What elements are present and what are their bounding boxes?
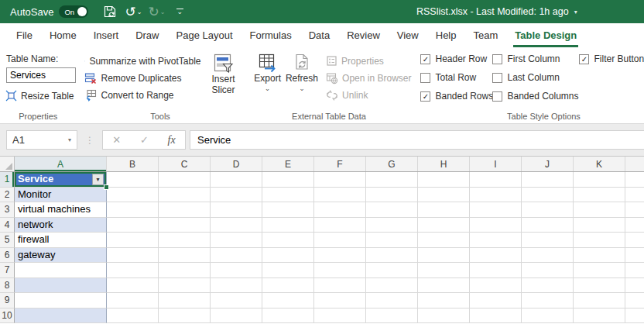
cell-b3[interactable]	[107, 202, 159, 218]
cell-c3[interactable]	[159, 202, 211, 218]
autosave-toggle[interactable]: On	[59, 5, 88, 18]
checkbox-box-icon[interactable]: ✓	[579, 54, 589, 64]
cell-i7[interactable]	[470, 263, 522, 278]
cell-partial[interactable]	[625, 278, 644, 294]
cell-d5[interactable]	[211, 233, 262, 248]
table-name-input[interactable]	[6, 67, 76, 83]
tab-data[interactable]: Data	[300, 23, 338, 47]
cell-partial[interactable]	[625, 308, 644, 324]
cell-j7[interactable]	[522, 263, 574, 278]
select-all-button[interactable]	[0, 157, 15, 171]
cell-j9[interactable]	[522, 293, 574, 308]
cell-i4[interactable]	[470, 218, 522, 233]
cell-h6[interactable]	[418, 248, 470, 264]
cell-c5[interactable]	[159, 233, 211, 248]
cell-d6[interactable]	[211, 248, 262, 264]
tab-review[interactable]: Review	[338, 23, 389, 47]
cell-b4[interactable]	[107, 218, 159, 233]
cell-g1[interactable]	[366, 172, 418, 188]
row-header-3[interactable]: 3	[0, 202, 15, 218]
cell-c4[interactable]	[159, 218, 211, 233]
row-header-7[interactable]: 7	[0, 263, 15, 278]
tab-draw[interactable]: Draw	[127, 23, 167, 47]
name-box-dropdown-icon[interactable]: ▾	[68, 136, 71, 143]
summarize-pivottable-button[interactable]: Summarize with PivotTable	[82, 53, 203, 69]
cell-h2[interactable]	[418, 188, 470, 203]
undo-button[interactable]: ↺ ⌄	[124, 2, 142, 21]
cell-g10[interactable]	[366, 308, 418, 324]
name-box[interactable]: A1 ▾	[6, 130, 77, 150]
row-header-5[interactable]: 5	[0, 233, 15, 248]
cell-c9[interactable]	[159, 293, 211, 308]
cell-e4[interactable]	[262, 218, 314, 233]
cell-d9[interactable]	[211, 293, 262, 308]
remove-duplicates-button[interactable]: Remove Duplicates	[82, 70, 203, 86]
checkbox-box-icon[interactable]	[492, 73, 502, 83]
cell-e9[interactable]	[262, 293, 314, 308]
cell-b8[interactable]	[107, 278, 159, 294]
checkbox-banded-rows[interactable]: ✓Banded Rows	[420, 87, 492, 105]
cell-k4[interactable]	[574, 218, 625, 233]
cell-j3[interactable]	[522, 202, 574, 218]
cell-g5[interactable]	[366, 233, 418, 248]
cell-c1[interactable]	[159, 172, 211, 188]
cell-k6[interactable]	[574, 248, 625, 264]
column-header-k[interactable]: K	[574, 157, 625, 171]
open-in-browser-button[interactable]: Open in Browser	[324, 70, 413, 86]
tab-home[interactable]: Home	[41, 23, 85, 47]
cell-k8[interactable]	[574, 278, 625, 294]
cell-a1[interactable]: Service▾	[15, 172, 107, 188]
cell-f1[interactable]	[314, 172, 366, 188]
cell-k10[interactable]	[574, 308, 625, 324]
cell-a2[interactable]: Monitor	[15, 188, 107, 203]
tab-file[interactable]: File	[8, 23, 41, 47]
cell-g2[interactable]	[366, 188, 418, 203]
tab-help[interactable]: Help	[427, 23, 465, 47]
cell-partial[interactable]	[625, 248, 644, 264]
checkbox-box-icon[interactable]	[420, 73, 430, 83]
column-header-f[interactable]: F	[314, 157, 366, 171]
cell-e8[interactable]	[262, 278, 314, 294]
row-header-8[interactable]: 8	[0, 278, 15, 294]
cell-c6[interactable]	[159, 248, 211, 264]
cell-h3[interactable]	[418, 202, 470, 218]
cell-i9[interactable]	[470, 293, 522, 308]
cell-i6[interactable]	[470, 248, 522, 264]
row-header-4[interactable]: 4	[0, 218, 15, 233]
column-header-h[interactable]: H	[418, 157, 470, 171]
cell-f2[interactable]	[314, 188, 366, 203]
checkbox-last-column[interactable]: Last Column	[492, 68, 579, 87]
cell-e5[interactable]	[262, 233, 314, 248]
cell-a7[interactable]	[15, 263, 107, 278]
column-header-i[interactable]: I	[470, 157, 522, 171]
cell-i5[interactable]	[470, 233, 522, 248]
cell-g9[interactable]	[366, 293, 418, 308]
checkbox-header-row[interactable]: ✓Header Row	[420, 50, 492, 68]
cell-d10[interactable]	[211, 308, 262, 324]
tab-page-layout[interactable]: Page Layout	[168, 23, 242, 47]
cell-i3[interactable]	[470, 202, 522, 218]
cell-c7[interactable]	[159, 263, 211, 278]
row-header-9[interactable]: 9	[0, 293, 15, 308]
cell-f9[interactable]	[314, 293, 366, 308]
row-header-6[interactable]: 6	[0, 248, 15, 264]
enter-entry-button[interactable]: ✓	[140, 134, 149, 146]
row-header-10[interactable]: 10	[0, 308, 15, 324]
checkbox-box-icon[interactable]	[492, 91, 502, 102]
column-header-d[interactable]: D	[211, 157, 262, 171]
cell-j4[interactable]	[522, 218, 574, 233]
checkbox-banded-columns[interactable]: Banded Columns	[492, 87, 579, 105]
column-header-partial[interactable]	[625, 157, 644, 171]
column-header-j[interactable]: J	[522, 157, 574, 171]
checkbox-box-icon[interactable]	[492, 54, 502, 64]
external-properties-button[interactable]: Properties	[324, 53, 413, 69]
unlink-button[interactable]: Unlink	[324, 87, 413, 103]
customize-qat-button[interactable]: ⌄	[170, 2, 189, 21]
cell-d4[interactable]	[211, 218, 262, 233]
column-header-c[interactable]: C	[159, 157, 211, 171]
cell-d2[interactable]	[211, 188, 262, 203]
cell-a10[interactable]	[15, 308, 107, 324]
column-header-b[interactable]: B	[107, 157, 159, 171]
cell-partial[interactable]	[625, 263, 644, 278]
cell-d8[interactable]	[211, 278, 262, 294]
